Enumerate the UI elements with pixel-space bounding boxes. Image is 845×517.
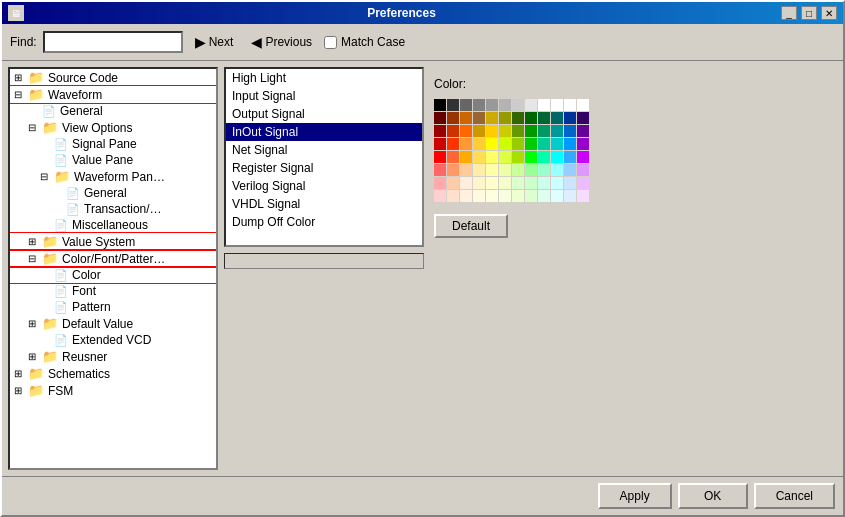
color-cell-36[interactable] — [434, 138, 446, 150]
color-cell-76[interactable] — [486, 177, 498, 189]
color-cell-86[interactable] — [460, 190, 472, 202]
color-cell-22[interactable] — [564, 112, 576, 124]
color-cell-8[interactable] — [538, 99, 550, 111]
sidebar-item-fsm[interactable]: ⊞📁FSM — [10, 382, 216, 399]
signal-item-highlight[interactable]: High Light — [226, 69, 422, 87]
ok-button[interactable]: OK — [678, 483, 748, 509]
find-input[interactable] — [43, 31, 183, 53]
color-cell-88[interactable] — [486, 190, 498, 202]
previous-button[interactable]: ◀ Previous — [245, 30, 318, 54]
color-cell-10[interactable] — [564, 99, 576, 111]
color-cell-14[interactable] — [460, 112, 472, 124]
sidebar-item-font[interactable]: 📄Font — [10, 283, 216, 299]
color-cell-62[interactable] — [460, 164, 472, 176]
color-cell-57[interactable] — [551, 151, 563, 163]
sidebar-item-miscellaneous[interactable]: 📄Miscellaneous — [10, 217, 216, 233]
color-cell-69[interactable] — [551, 164, 563, 176]
color-cell-89[interactable] — [499, 190, 511, 202]
color-cell-15[interactable] — [473, 112, 485, 124]
color-grid[interactable] — [434, 99, 589, 202]
tree-toggle-value-system[interactable]: ⊞ — [28, 236, 40, 247]
color-cell-17[interactable] — [499, 112, 511, 124]
tree-toggle-waveform-pane[interactable]: ⊟ — [40, 171, 52, 182]
color-cell-27[interactable] — [473, 125, 485, 137]
sidebar-item-color-font[interactable]: ⊟📁Color/Font/Patter… — [10, 250, 216, 267]
color-cell-94[interactable] — [564, 190, 576, 202]
apply-button[interactable]: Apply — [598, 483, 672, 509]
sidebar-item-waveform[interactable]: ⊟📁Waveform — [10, 86, 216, 103]
color-cell-1[interactable] — [447, 99, 459, 111]
color-cell-93[interactable] — [551, 190, 563, 202]
horizontal-scrollbar[interactable] — [224, 253, 424, 269]
color-cell-20[interactable] — [538, 112, 550, 124]
color-cell-50[interactable] — [460, 151, 472, 163]
color-cell-4[interactable] — [486, 99, 498, 111]
color-cell-0[interactable] — [434, 99, 446, 111]
sidebar-item-extended-vcd[interactable]: 📄Extended VCD — [10, 332, 216, 348]
tree-toggle-schematics[interactable]: ⊞ — [14, 368, 26, 379]
sidebar-item-transaction[interactable]: 📄Transaction/… — [10, 201, 216, 217]
color-cell-74[interactable] — [460, 177, 472, 189]
color-cell-52[interactable] — [486, 151, 498, 163]
color-cell-67[interactable] — [525, 164, 537, 176]
color-cell-55[interactable] — [525, 151, 537, 163]
color-cell-54[interactable] — [512, 151, 524, 163]
color-cell-53[interactable] — [499, 151, 511, 163]
color-cell-19[interactable] — [525, 112, 537, 124]
signal-item-dump-off-color[interactable]: Dump Off Color — [226, 213, 422, 231]
signal-item-net-signal[interactable]: Net Signal — [226, 141, 422, 159]
color-cell-18[interactable] — [512, 112, 524, 124]
sidebar-item-pattern[interactable]: 📄Pattern — [10, 299, 216, 315]
minimize-button[interactable]: _ — [781, 6, 797, 20]
maximize-button[interactable]: □ — [801, 6, 817, 20]
color-cell-49[interactable] — [447, 151, 459, 163]
color-cell-2[interactable] — [460, 99, 472, 111]
color-cell-24[interactable] — [434, 125, 446, 137]
color-cell-45[interactable] — [551, 138, 563, 150]
tree-toggle-color-font[interactable]: ⊟ — [28, 253, 40, 264]
signal-item-vhdl-signal[interactable]: VHDL Signal — [226, 195, 422, 213]
color-cell-6[interactable] — [512, 99, 524, 111]
signal-item-input-signal[interactable]: Input Signal — [226, 87, 422, 105]
tree-toggle-view-options[interactable]: ⊟ — [28, 122, 40, 133]
color-cell-43[interactable] — [525, 138, 537, 150]
color-cell-80[interactable] — [538, 177, 550, 189]
signal-item-inout-signal[interactable]: InOut Signal — [226, 123, 422, 141]
signal-list[interactable]: High LightInput SignalOutput SignalInOut… — [224, 67, 424, 247]
color-cell-82[interactable] — [564, 177, 576, 189]
sidebar-item-wf-general[interactable]: 📄General — [10, 185, 216, 201]
sidebar-item-view-options[interactable]: ⊟📁View Options — [10, 119, 216, 136]
tree-toggle-waveform[interactable]: ⊟ — [14, 89, 26, 100]
color-cell-25[interactable] — [447, 125, 459, 137]
color-cell-56[interactable] — [538, 151, 550, 163]
color-cell-64[interactable] — [486, 164, 498, 176]
color-cell-5[interactable] — [499, 99, 511, 111]
color-cell-21[interactable] — [551, 112, 563, 124]
color-cell-31[interactable] — [525, 125, 537, 137]
color-cell-83[interactable] — [577, 177, 589, 189]
color-cell-77[interactable] — [499, 177, 511, 189]
color-cell-39[interactable] — [473, 138, 485, 150]
color-cell-71[interactable] — [577, 164, 589, 176]
signal-item-output-signal[interactable]: Output Signal — [226, 105, 422, 123]
sidebar-item-value-system[interactable]: ⊞📁Value System — [10, 233, 216, 250]
color-cell-13[interactable] — [447, 112, 459, 124]
sidebar-item-color[interactable]: 📄Color — [10, 267, 216, 283]
color-cell-29[interactable] — [499, 125, 511, 137]
color-cell-60[interactable] — [434, 164, 446, 176]
color-cell-42[interactable] — [512, 138, 524, 150]
color-cell-58[interactable] — [564, 151, 576, 163]
sidebar-item-default-value[interactable]: ⊞📁Default Value — [10, 315, 216, 332]
tree-toggle-source-code[interactable]: ⊞ — [14, 72, 26, 83]
signal-item-verilog-signal[interactable]: Verilog Signal — [226, 177, 422, 195]
color-cell-75[interactable] — [473, 177, 485, 189]
color-cell-30[interactable] — [512, 125, 524, 137]
tree-toggle-reusner[interactable]: ⊞ — [28, 351, 40, 362]
color-cell-9[interactable] — [551, 99, 563, 111]
color-cell-32[interactable] — [538, 125, 550, 137]
color-cell-51[interactable] — [473, 151, 485, 163]
sidebar-item-general[interactable]: 📄General — [10, 103, 216, 119]
next-button[interactable]: ▶ Next — [189, 30, 240, 54]
close-button[interactable]: ✕ — [821, 6, 837, 20]
cancel-button[interactable]: Cancel — [754, 483, 835, 509]
